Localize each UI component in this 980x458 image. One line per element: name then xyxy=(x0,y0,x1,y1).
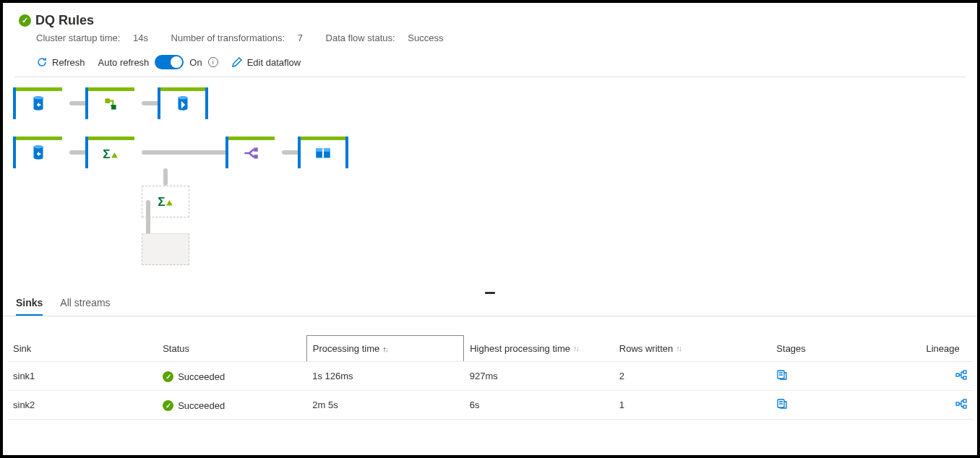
col-rows-written[interactable]: Rows written ↑↓ xyxy=(614,336,770,362)
pencil-icon xyxy=(231,56,243,68)
svg-rect-14 xyxy=(963,371,966,373)
tab-sinks[interactable]: Sinks xyxy=(16,293,43,316)
auto-refresh-label: Auto refresh xyxy=(98,57,150,68)
col-processing-time[interactable]: Processing time ↑↓ xyxy=(306,336,463,362)
database-source-icon xyxy=(29,144,48,165)
transformations-value: 7 xyxy=(298,33,303,43)
cell-sink: sink1 xyxy=(7,362,157,391)
svg-rect-17 xyxy=(956,402,959,405)
cell-status: Succeeded xyxy=(157,362,306,391)
flow-node-source-2[interactable] xyxy=(14,137,62,168)
flow-node-sink-1[interactable] xyxy=(159,87,207,119)
edit-dataflow-label: Edit dataflow xyxy=(247,57,301,68)
cell-lineage xyxy=(920,362,973,391)
cluster-startup-label: Cluster startup time: xyxy=(36,33,120,43)
cell-rows-written: 1 xyxy=(614,391,770,420)
dataflow-diagram: Σ Σ xyxy=(14,77,966,285)
branch-icon xyxy=(241,144,260,165)
cell-sink: sink2 xyxy=(7,391,157,420)
refresh-icon xyxy=(36,56,48,68)
svg-rect-7 xyxy=(254,155,257,158)
table-sink-icon xyxy=(314,144,332,165)
col-stages[interactable]: Stages xyxy=(770,336,920,362)
svg-point-0 xyxy=(34,96,43,99)
table-row[interactable]: sink1 Succeeded 1s 126ms 927ms 2 xyxy=(7,362,973,391)
svg-point-4 xyxy=(34,145,43,148)
svg-rect-2 xyxy=(111,105,116,110)
status-subline: Cluster startup time: 14s Number of tran… xyxy=(14,30,966,51)
cell-processing-time: 1s 126ms xyxy=(306,362,463,391)
refresh-label: Refresh xyxy=(52,57,85,68)
cell-processing-time: 2m 5s xyxy=(306,391,463,420)
col-sink[interactable]: Sink xyxy=(7,336,157,362)
cell-stages xyxy=(770,362,920,391)
tab-all-streams[interactable]: All streams xyxy=(60,293,110,316)
transformations-label: Number of transformations: xyxy=(171,33,285,43)
flow-node-sink-2[interactable] xyxy=(299,137,347,168)
status-success-icon xyxy=(19,14,31,27)
lineage-link-icon[interactable] xyxy=(955,372,967,383)
aggregate-icon: Σ xyxy=(101,144,120,165)
page-title: DQ Rules xyxy=(35,13,94,28)
flow-node-source-1[interactable] xyxy=(14,87,62,119)
table-row[interactable]: sink2 Succeeded 2m 5s 6s 1 xyxy=(7,391,973,420)
sort-icon: ↑↓ xyxy=(382,345,387,353)
stages-link-icon[interactable] xyxy=(776,401,788,412)
sort-icon: ↑↓ xyxy=(676,344,681,353)
flow-status-label: Data flow status: xyxy=(326,33,395,43)
panel-resize-grip[interactable] xyxy=(3,285,977,291)
svg-rect-19 xyxy=(963,405,966,408)
info-icon[interactable]: i xyxy=(208,57,218,67)
flow-node-placeholder[interactable] xyxy=(142,233,189,265)
col-highest-processing-time[interactable]: Highest processing time ↑↓ xyxy=(464,336,614,362)
svg-text:Σ: Σ xyxy=(103,147,110,161)
auto-refresh-state: On xyxy=(189,57,202,68)
cell-lineage xyxy=(920,391,973,420)
aggregate-icon: Σ xyxy=(156,191,175,212)
flow-node-transform-1[interactable] xyxy=(87,87,134,119)
lineage-link-icon[interactable] xyxy=(955,401,967,412)
database-sink-icon xyxy=(173,95,192,116)
edit-dataflow-button[interactable]: Edit dataflow xyxy=(231,56,301,68)
svg-rect-1 xyxy=(105,98,110,103)
database-source-icon xyxy=(29,95,48,116)
stages-link-icon[interactable] xyxy=(776,372,788,383)
status-success-icon xyxy=(163,400,173,411)
svg-rect-13 xyxy=(956,373,959,376)
svg-rect-15 xyxy=(963,376,966,379)
flow-node-branch[interactable] xyxy=(227,137,275,168)
refresh-button[interactable]: Refresh xyxy=(36,56,85,68)
sinks-table: Sink Status Processing time ↑↓ Highest p… xyxy=(7,335,973,420)
svg-point-3 xyxy=(179,96,188,99)
flow-connector xyxy=(163,168,168,186)
svg-rect-18 xyxy=(963,399,966,402)
svg-text:Σ: Σ xyxy=(158,194,165,208)
auto-refresh-toggle[interactable] xyxy=(155,55,184,69)
sort-icon: ↑↓ xyxy=(573,344,578,353)
cell-status: Succeeded xyxy=(157,391,306,420)
flow-status-value: Success xyxy=(408,33,443,43)
flow-node-aggregate-1[interactable]: Σ xyxy=(87,137,134,168)
cell-highest-processing-time: 927ms xyxy=(464,362,614,391)
status-success-icon xyxy=(163,371,173,382)
col-lineage[interactable]: Lineage xyxy=(920,336,973,362)
col-status[interactable]: Status xyxy=(157,336,306,362)
cluster-startup-value: 14s xyxy=(133,33,148,43)
cell-highest-processing-time: 6s xyxy=(464,391,614,420)
cell-stages xyxy=(770,391,920,420)
transform-icon xyxy=(101,95,120,116)
svg-rect-10 xyxy=(322,149,324,158)
cell-rows-written: 2 xyxy=(614,362,770,391)
svg-rect-6 xyxy=(254,147,257,151)
flow-connector xyxy=(142,150,228,155)
